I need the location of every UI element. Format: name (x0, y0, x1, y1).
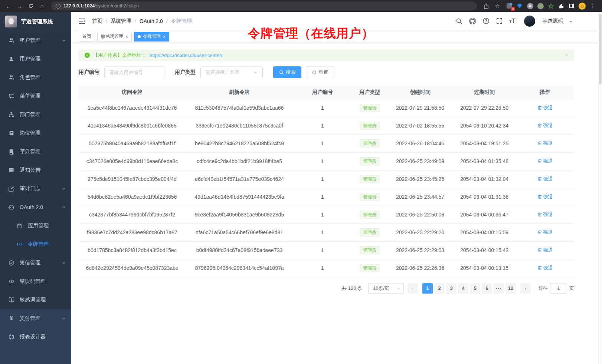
doc-link[interactable]: https://doc.iocoder.cn/user-center/ (150, 53, 222, 58)
browser-home-icon[interactable]: ⌂ (37, 1, 47, 10)
user-id-input[interactable] (104, 66, 164, 78)
sidebar-item-oauth-app[interactable]: 应用管理 (0, 216, 71, 235)
address-bar[interactable]: i 127.0.0.1:1024/system/oauth2/token (51, 1, 477, 10)
fullscreen-icon[interactable] (496, 17, 503, 24)
pager-page-5[interactable]: 5 (470, 283, 480, 294)
cell-user-id: 1 (293, 206, 352, 224)
extension-grid-icon[interactable]: 9 (506, 3, 513, 9)
cell-actions: 强退 (516, 224, 574, 241)
scrollbar[interactable] (598, 12, 602, 364)
chevron-down-icon (253, 70, 258, 75)
tab-home[interactable]: 首页 (79, 32, 95, 42)
pager-next[interactable]: › (520, 283, 531, 294)
cell-user-id: 1 (293, 241, 352, 259)
sidebar-item-dict[interactable]: 字典管理 (0, 142, 71, 161)
pager-page-1[interactable]: 1 (422, 283, 433, 294)
sidebar-item-notice[interactable]: 通知公告 (0, 161, 71, 179)
side-panel-icon[interactable] (568, 3, 575, 9)
sidebar-item-user[interactable]: 用户管理 (0, 50, 71, 68)
force-logout-button[interactable]: 强退 (537, 122, 553, 129)
table-row: 1ea5e44f8bc1467aaede43144f31de76 811c530… (79, 99, 574, 117)
pager-page-12[interactable]: 12 (506, 283, 516, 294)
active-dot-icon (138, 35, 141, 38)
navbar: 首页 / 系统管理 / OAuth 2.0 / 令牌管理 ? (71, 12, 602, 30)
app-logo-row[interactable]: 芋道管理系统 (0, 12, 71, 31)
browser-profile-avatar[interactable]: ☺ (579, 3, 586, 10)
pager-page-4[interactable]: 4 (458, 283, 468, 294)
chevron-down-icon (62, 316, 66, 321)
sidebar-item-oauth[interactable]: OAuth 2.0 (0, 198, 71, 216)
share-icon[interactable] (481, 1, 491, 10)
breadcrumb-oauth[interactable]: OAuth 2.0 (140, 18, 163, 24)
force-logout-button[interactable]: 强退 (537, 247, 553, 254)
extension-command-icon[interactable]: ⌘ (527, 3, 533, 9)
breadcrumb-system[interactable]: 系统管理 (111, 18, 131, 24)
extensions-puzzle-icon[interactable] (558, 3, 565, 9)
sidebar-item-audit[interactable]: 审计日志 (0, 179, 71, 198)
search-button[interactable]: 搜索 (273, 66, 301, 78)
cell-access-token: b0d1785bc3a8482f812db4a3f3bd15ec (79, 241, 186, 259)
sidebar-item-errcode[interactable]: 错误码管理 (0, 272, 71, 291)
sidebar-item-dept[interactable]: 部门管理 (0, 105, 71, 124)
pager-page-3[interactable]: 3 (446, 283, 457, 294)
sidebar-item-pay[interactable]: ¥ 支付管理 (0, 309, 71, 328)
cell-refresh-token: be90422b8c7946218275a508bf524fc9 (186, 135, 293, 152)
alert-close-icon[interactable]: × (565, 52, 568, 58)
sidebar-item-report[interactable]: 报表设计器 (0, 328, 71, 346)
bookmark-star-icon[interactable]: ☆ (493, 1, 502, 10)
cell-user-id: 1 (293, 224, 352, 241)
reset-button[interactable]: 重置 (306, 66, 334, 78)
sidebar-item-menu[interactable]: 菜单管理 (0, 87, 71, 105)
close-icon[interactable]: × (163, 34, 166, 39)
force-logout-button[interactable]: 强退 (537, 265, 553, 271)
cell-actions: 强退 (516, 152, 574, 170)
browser-reload-icon[interactable] (26, 1, 36, 10)
site-info-icon[interactable]: i (56, 4, 60, 9)
browser-back-icon[interactable]: ← (4, 1, 13, 10)
force-logout-button[interactable]: 强退 (537, 211, 553, 218)
cell-refresh-token: 8796295f04064c2983414cc54af1097a (186, 259, 293, 277)
pager-page-6[interactable]: 6 (482, 283, 492, 294)
force-logout-button[interactable]: 强退 (537, 158, 553, 165)
sidebar-item-tenant[interactable]: 租户管理 (0, 31, 71, 50)
extension-record-icon[interactable] (537, 3, 544, 9)
extension-gem-icon[interactable] (516, 3, 523, 9)
force-logout-button[interactable]: 强退 (537, 176, 553, 182)
pager-ellipsis[interactable]: ··· (494, 283, 504, 294)
extension-star-icon[interactable] (547, 3, 554, 9)
sidebar-item-sms[interactable]: 短信管理 (0, 254, 71, 272)
goto-page-input[interactable] (550, 283, 567, 294)
pager-page-2[interactable]: 2 (434, 283, 445, 294)
user-type-badge: 管理员 (360, 139, 380, 148)
sidebar-item-post[interactable]: 岗位管理 (0, 124, 71, 142)
force-logout-button[interactable]: 强退 (537, 193, 553, 200)
sidebar-item-role[interactable]: 角色管理 (0, 68, 71, 87)
browser-forward-icon[interactable]: → (15, 1, 24, 10)
user-menu-caret-icon[interactable] (569, 21, 572, 23)
search-icon[interactable] (456, 18, 462, 24)
username[interactable]: 芋道源码 (542, 18, 563, 24)
browser-toolbar: ← → ⌂ i 127.0.0.1:1024/system/oauth2/tok… (0, 0, 602, 12)
user-type-badge: 管理员 (360, 122, 380, 130)
force-logout-button[interactable]: 强退 (537, 229, 553, 236)
scrollbar-thumb[interactable] (599, 14, 602, 85)
sidebar-item-oauth-token[interactable]: A 令牌管理 (0, 235, 71, 254)
user-type-select[interactable]: 请选择用户类型 (200, 66, 263, 78)
close-icon[interactable]: × (125, 34, 128, 39)
github-icon[interactable] (469, 17, 476, 25)
sidebar-item-sensitive[interactable]: 敏感词管理 (0, 291, 71, 309)
pager-prev[interactable]: ‹ (408, 283, 418, 294)
trash-icon (537, 159, 542, 163)
help-icon[interactable]: ? (482, 17, 490, 24)
page-size-select[interactable]: 10条/页 (368, 283, 404, 294)
user-avatar[interactable] (524, 16, 535, 27)
sidebar-fold-icon[interactable] (77, 16, 87, 26)
breadcrumb-home[interactable]: 首页 (92, 18, 102, 24)
force-logout-button[interactable]: 强退 (537, 105, 553, 111)
force-logout-button[interactable]: 强退 (537, 140, 553, 147)
chevron-down-icon (62, 261, 66, 265)
font-size-icon[interactable]: TT (509, 17, 516, 25)
tab-sensitive-words[interactable]: 敏感词管理 × (97, 32, 132, 42)
browser-menu-icon[interactable]: ⋮ (589, 3, 596, 9)
tab-token[interactable]: 令牌管理 × (134, 32, 169, 42)
